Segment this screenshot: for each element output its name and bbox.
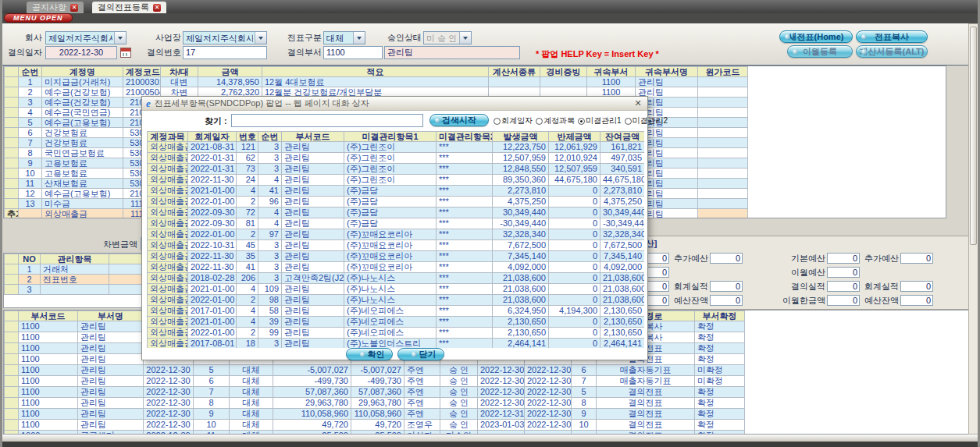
cell-account-name[interactable]: 외상매출금 <box>42 209 123 219</box>
cell-account-name: 고용보험료 <box>42 169 123 179</box>
table-row[interactable]: 1100 관리팀 2022-12-30 7 대체 57,087,360 57,0… <box>5 387 745 398</box>
row-selector[interactable] <box>5 398 19 409</box>
budget-value-field[interactable]: 0 <box>900 253 933 264</box>
slip-type-select[interactable]: 대체 <box>323 31 365 44</box>
row-selector[interactable] <box>5 376 19 387</box>
row-selector[interactable] <box>5 148 19 158</box>
cell-occur-amount: 21,038,600 <box>493 284 549 295</box>
row-selector[interactable] <box>5 118 19 128</box>
popup-title-bar[interactable]: e 전표세부항목(SPNDCDPop) 팝업 -- 웹 페이지 대화 상자 ✕ <box>142 97 647 111</box>
table-row[interactable]: 외상매출금 2022-01-00 2 97 관리팀 (주)꼬매요코리아 *** … <box>148 229 645 240</box>
table-row[interactable]: 외상매출금 2022-10-31 45 3 관리팀 (주)꼬매요코리아 *** … <box>148 240 645 251</box>
invoice-register-button[interactable]: 계산서등록(ALT) <box>856 45 928 58</box>
row-selector[interactable] <box>5 321 19 332</box>
close-icon[interactable]: ✕ <box>70 4 78 12</box>
budget-value-field[interactable]: 0 <box>710 281 743 292</box>
radio-open-item-2[interactable]: 미결관리2 <box>625 115 668 126</box>
row-selector[interactable] <box>5 199 19 209</box>
row-selector[interactable] <box>5 354 19 365</box>
table-row[interactable]: 외상매출금 2022-11-30 41 3 관리팀 (주)꼬매요코리아 *** … <box>148 262 645 273</box>
row-selector[interactable]: 추가 <box>5 209 19 219</box>
chevron-down-icon[interactable] <box>459 32 471 44</box>
table-row[interactable]: 외상매출금 2017-08-01 18 3 관리팀 (주)노블인더스트리 ***… <box>148 339 645 349</box>
row-selector[interactable] <box>5 179 19 189</box>
close-button[interactable]: 닫기 <box>397 348 444 360</box>
table-row[interactable]: 외상매출금 2021-01-00 4 39 관리팀 (주)네오피에스 *** 2… <box>148 317 645 328</box>
budget-value-field[interactable]: 0 <box>710 295 743 306</box>
row-selector[interactable] <box>5 285 19 295</box>
row-selector[interactable] <box>5 158 19 169</box>
chevron-down-icon[interactable] <box>353 32 365 44</box>
table-row[interactable]: 외상매출금 2022-09-30 81 4 관리팀 (주)금담 *** -30,… <box>148 218 645 229</box>
row-selector[interactable] <box>5 108 19 118</box>
table-row[interactable]: 외상매출금 2022-11-30 35 3 관리팀 (주)꼬매요코리아 *** … <box>148 251 645 262</box>
scrollbar-thumb[interactable] <box>970 27 977 245</box>
row-selector[interactable] <box>5 387 19 398</box>
new-voucher-button[interactable]: 새전표(Home) <box>779 30 853 43</box>
row-selector[interactable] <box>5 264 19 275</box>
copy-voucher-button[interactable]: 전표복사 <box>856 30 928 43</box>
table-row[interactable]: 외상매출금 2022-01-00 2 99 관리팀 (주)네오피에스 *** 2… <box>148 328 645 339</box>
budget-value-field[interactable]: 0 <box>827 281 860 292</box>
budget-value-field[interactable]: 0 <box>900 295 933 306</box>
calendar-icon[interactable] <box>120 48 131 58</box>
carryover-button[interactable]: 이월등록 <box>787 45 853 58</box>
budget-value-field[interactable]: 0 <box>710 253 743 264</box>
no-input[interactable]: 17 <box>183 46 267 59</box>
row-selector[interactable] <box>5 332 19 343</box>
table-row[interactable]: 외상매출금 2017-01-00 4 58 관리팀 (주)네오피에스 *** 6… <box>148 306 645 317</box>
table-row[interactable]: 1100 관리팀 2022-12-30 8 대체 29,963,780 29,9… <box>5 398 745 409</box>
row-selector[interactable] <box>5 128 19 138</box>
table-row[interactable]: 외상매출금 2022-01-31 62 3 관리팀 (주)그린조이 *** 12… <box>148 153 645 164</box>
search-start-button[interactable]: 검색시작 <box>429 114 489 126</box>
table-row[interactable]: 1 미지급금(거래처) 21000301 대변 14,378,950 12월 4… <box>5 77 748 87</box>
row-selector[interactable] <box>5 138 19 148</box>
table-row[interactable]: 외상매출금 2021-01-00 4 109 관리팀 (주)나노시스 *** 2… <box>148 284 645 295</box>
row-selector[interactable] <box>5 169 19 179</box>
budget-value-field[interactable]: 0 <box>827 253 860 264</box>
table-row[interactable]: 외상매출금 2022-09-30 72 4 관리팀 (주)금담 *** 30,3… <box>148 208 645 218</box>
table-row[interactable]: 1100 관리팀 2022-12-30 6 대체 -499,730 -499,7… <box>5 376 745 387</box>
table-row[interactable]: 외상매출금 2022-01-31 73 3 관리팀 (주)그린조이 *** 12… <box>148 164 645 175</box>
budget-value-field[interactable]: 0 <box>900 281 933 292</box>
table-row[interactable]: 외상매출금 2021-08-31 121 3 관리팀 (주)그린조이 *** 1… <box>148 142 645 153</box>
close-icon[interactable]: ✕ <box>153 4 161 12</box>
cell-cost-code[interactable] <box>698 209 748 219</box>
radio-account-name[interactable]: 계정과목 <box>536 115 575 126</box>
site-select[interactable]: 제일저지주식회사 <box>183 31 267 44</box>
menu-open-button[interactable]: MENU OPEN <box>4 13 73 23</box>
date-input[interactable]: 2022-12-30 <box>45 46 117 59</box>
table-row[interactable]: 외상매출금 2022-01-00 2 98 관리팀 (주)나노시스 *** 21… <box>148 295 645 306</box>
company-select[interactable]: 제일저지주식회사 <box>45 31 127 44</box>
tab-notice[interactable]: 공지사항 ✕ <box>27 2 84 13</box>
radio-account-date[interactable]: 회계일자 <box>494 115 533 126</box>
budget-value-field[interactable]: 0 <box>827 267 860 278</box>
row-selector[interactable] <box>5 87 19 98</box>
dept-code-input[interactable]: 1100 <box>323 46 383 59</box>
budget-value-field[interactable]: 0 <box>827 295 860 306</box>
chevron-down-icon[interactable] <box>114 32 126 44</box>
row-selector[interactable] <box>5 77 19 87</box>
row-selector[interactable] <box>5 409 19 420</box>
table-row[interactable]: 1100 관리팀 2022-12-30 10 대체 49,720 49,720 … <box>5 420 745 431</box>
row-selector[interactable] <box>5 343 19 354</box>
tab-voucher-entry[interactable]: 결의전표등록 ✕ <box>92 2 166 13</box>
approval-status-select[interactable]: 미 승 인 <box>423 31 472 44</box>
table-row[interactable]: 외상매출금 2021-01-00 4 41 관리팀 (주)금담 *** 2,27… <box>148 186 645 197</box>
table-row[interactable]: 1100 관리팀 2022-12-30 9 대체 110,058,960 110… <box>5 409 745 420</box>
close-icon[interactable]: ✕ <box>633 98 643 108</box>
table-row[interactable]: 외상매출금 2018-02-28 206 3 고객만족2팀(J2 (주)나노시스… <box>148 273 645 284</box>
table-row[interactable]: 1100 관리팀 2022-12-30 5 대체 -5,007,027 -5,0… <box>5 365 745 376</box>
cell-slip-type: 대체 <box>230 409 273 420</box>
row-selector[interactable] <box>5 189 19 199</box>
chevron-down-icon[interactable] <box>255 32 266 44</box>
confirm-button[interactable]: 확인 <box>346 348 393 360</box>
row-selector[interactable] <box>5 275 19 285</box>
row-selector[interactable] <box>5 420 19 431</box>
radio-open-item-1[interactable]: 미결관리1 <box>578 115 622 126</box>
search-input[interactable] <box>231 114 423 127</box>
row-selector[interactable] <box>5 98 19 108</box>
row-selector[interactable] <box>5 365 19 376</box>
table-row[interactable]: 외상매출금 2022-01-00 2 96 관리팀 (주)금담 *** 4,37… <box>148 197 645 208</box>
table-row[interactable]: 외상매출금 2022-11-30 24 4 관리팀 (주)그린조이 *** 89… <box>148 175 645 186</box>
